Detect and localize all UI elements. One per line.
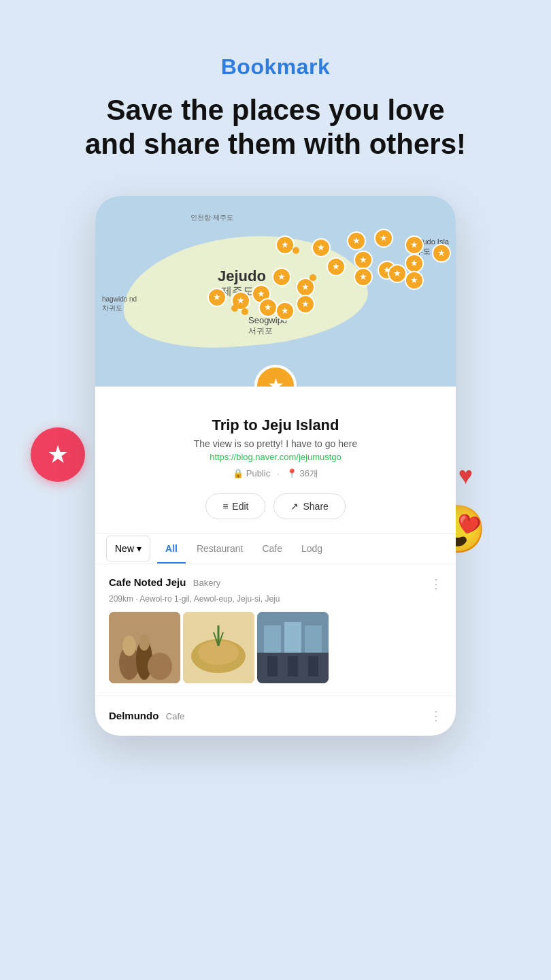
map-area: 인천항·제주도 Jejudo 제주도 Seogwipo 서귀포 Wudo Isl…	[95, 196, 456, 387]
svg-rect-18	[288, 656, 298, 676]
share-button[interactable]: ↗ Share	[273, 493, 345, 519]
tab-restaurant[interactable]: Restaurant	[188, 534, 251, 564]
phone-card: 인천항·제주도 Jejudo 제주도 Seogwipo 서귀포 Wudo Isl…	[95, 196, 456, 736]
svg-point-5	[139, 634, 150, 651]
new-dropdown[interactable]: New ▾	[106, 536, 150, 561]
map-label-incheon: 인천항·제주도	[190, 213, 233, 223]
filter-tabs: New ▾ All Restaurant Cafe Lodg	[95, 533, 456, 564]
place-list: Cafe Noted Jeju Bakery ⋮ 209km · Aewol-r…	[95, 564, 456, 736]
floating-bookmark: ★	[31, 427, 85, 482]
svg-point-4	[122, 636, 136, 656]
svg-rect-15	[284, 622, 301, 653]
place-photo-3	[257, 612, 329, 683]
place-photo-2	[183, 612, 254, 683]
floating-heart-red: ♥	[458, 461, 473, 490]
map-label-seogwipo-kr: 서귀포	[248, 325, 273, 337]
share-icon: ↗	[290, 501, 299, 512]
place-item-delmundo: Delmundo Cafe ⋮	[95, 696, 456, 736]
svg-rect-17	[267, 656, 278, 676]
tab-lodge[interactable]: Lodg	[293, 534, 331, 564]
delmundo-category: Cafe	[166, 711, 184, 721]
more-icon[interactable]: ⋮	[430, 576, 442, 591]
tab-all[interactable]: All	[157, 534, 186, 564]
chevron-down-icon: ▾	[137, 543, 141, 554]
svg-rect-16	[305, 625, 322, 653]
page-title: Bookmark	[221, 54, 331, 80]
place-item: Cafe Noted Jeju Bakery ⋮ 209km · Aewol-r…	[95, 564, 456, 696]
trip-meta: 🔒 Public · 📍 36개	[116, 468, 435, 480]
map-label-jejudo-en: Jejudo	[218, 267, 266, 285]
svg-rect-19	[308, 656, 318, 676]
svg-point-3	[148, 653, 172, 680]
trip-description: The view is so pretty! I have to go here	[116, 438, 435, 449]
place-photos	[109, 612, 442, 683]
avatar-star: ★	[254, 365, 297, 387]
place-category: Bakery	[193, 578, 220, 588]
trip-link[interactable]: https://blog.naver.com/jejumustgo	[116, 452, 435, 462]
place-address: 209km · Aewol-ro 1-gil, Aewol-eup, Jeju-…	[109, 594, 442, 604]
headline: Save the places you love and share them …	[44, 93, 507, 162]
place-photo-1	[109, 612, 180, 683]
map-label-hagwido: hagwido nd차귀도	[102, 295, 137, 312]
tab-cafe[interactable]: Cafe	[254, 534, 290, 564]
delmundo-more-icon[interactable]: ⋮	[430, 708, 442, 723]
edit-button[interactable]: ≡ Edit	[205, 493, 265, 519]
svg-rect-14	[264, 625, 281, 653]
edit-icon: ≡	[222, 501, 228, 512]
trip-title: Trip to Jeju Island	[116, 416, 435, 434]
place-name: Cafe Noted Jeju	[109, 576, 186, 588]
delmundo-name: Delmundo	[109, 710, 158, 721]
